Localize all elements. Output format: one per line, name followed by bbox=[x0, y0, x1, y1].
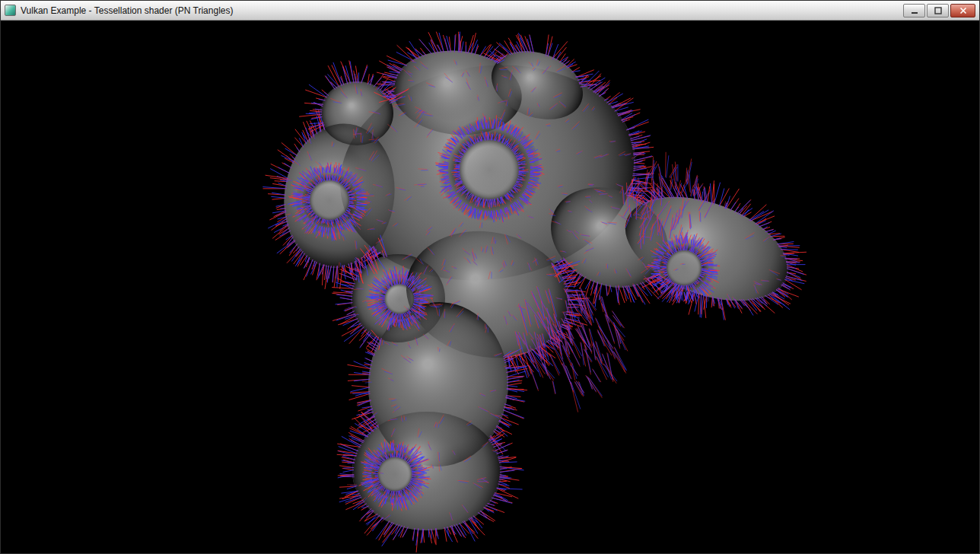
app-window: Vulkan Example - Tessellation shader (PN… bbox=[0, 0, 980, 554]
close-icon bbox=[959, 7, 967, 14]
maximize-button[interactable] bbox=[927, 4, 949, 18]
render-canvas[interactable] bbox=[1, 21, 979, 553]
maximize-icon bbox=[934, 7, 942, 14]
window-title: Vulkan Example - Tessellation shader (PN… bbox=[21, 2, 899, 20]
minimize-button[interactable] bbox=[903, 4, 925, 18]
close-button[interactable] bbox=[950, 4, 975, 18]
minimize-icon bbox=[911, 7, 918, 14]
app-icon[interactable] bbox=[5, 5, 16, 16]
titlebar[interactable]: Vulkan Example - Tessellation shader (PN… bbox=[1, 1, 979, 21]
window-controls bbox=[903, 4, 975, 18]
viewport bbox=[1, 21, 979, 553]
